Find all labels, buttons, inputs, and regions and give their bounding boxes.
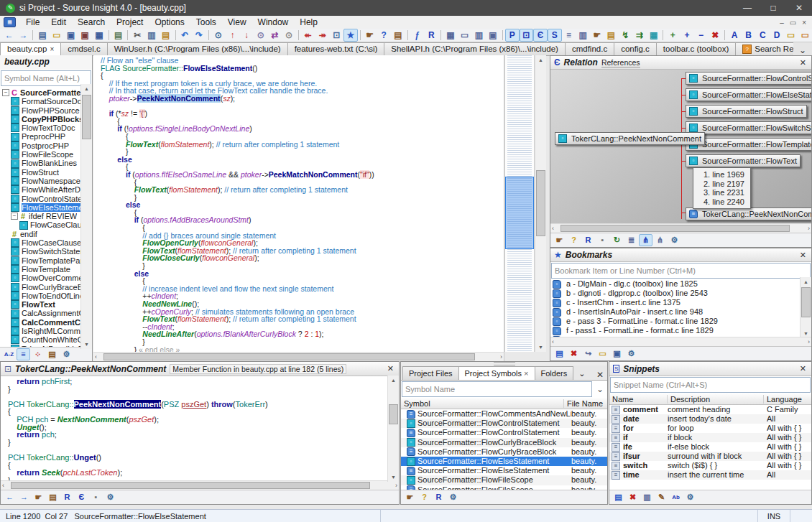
relation-view-icon[interactable]: Є	[75, 491, 88, 503]
project-symbol-list[interactable]: ≡SourceFormatter::FlowCommentsAndNewLine…	[401, 409, 607, 490]
grid-view-icon[interactable]: ▦	[647, 29, 661, 42]
browse-book-icon[interactable]: ▤	[46, 491, 60, 503]
symbol-item-calcassignmentcolumn[interactable]: ▫CalcAssignmentColumn	[0, 309, 92, 317]
delete-snippet-icon[interactable]: ✖	[626, 491, 640, 503]
delete-bookmark-icon[interactable]: ✖	[567, 348, 581, 360]
project-input-chevron-icon[interactable]: ⌄	[593, 384, 607, 394]
settings-gear-icon[interactable]: ⚙	[60, 348, 73, 360]
tab-project-files[interactable]: Project Files	[402, 366, 459, 380]
symbol-item-sourceformatter[interactable]: −CSourceFormatter	[0, 88, 92, 97]
symbol-list-toggle-icon[interactable]: ≡	[562, 29, 576, 42]
forward-icon[interactable]: →	[17, 29, 31, 42]
snippet-row[interactable]: ≡ifsursurround with if blockAll with { }	[609, 452, 811, 461]
symbol-tree[interactable]: −CSourceFormatter▫FormatSourceDoc▫FlowPH…	[0, 87, 92, 347]
context-horizontal-scrollbar[interactable]: ‹›	[1, 480, 399, 490]
reference-line-item[interactable]: 3. line 2231	[703, 188, 744, 197]
function-list-icon[interactable]: ƒ	[410, 29, 425, 42]
bookmarks-scrollbar[interactable]: ▲▼	[800, 277, 811, 338]
play-recording-icon[interactable]: R	[581, 234, 595, 246]
bookmark-item[interactable]: ▫f - pass1 - FormatLine - format.c line …	[550, 326, 811, 335]
project-symbol-row[interactable]: ≡SourceFormatter::FlowCurlyBraceBlockbea…	[401, 447, 607, 457]
symbol-item-flowcaseclause[interactable]: ▫FlowCaseClause	[0, 238, 92, 247]
mdi-minimize-icon[interactable]: –	[780, 19, 784, 27]
sort-alphabetic-icon[interactable]: A-Z	[2, 348, 16, 360]
symbol-item-flowcurlybraceblock[interactable]: ▫FlowCurlyBraceBlock	[0, 283, 92, 292]
symbol-item-calccommentcolumn[interactable]: ▫CalcCommentColumn	[0, 318, 92, 327]
symbol-item-postprocphp[interactable]: ▫PostprocPHP	[0, 141, 92, 150]
symbol-item-countnonwhiteonline[interactable]: ▫CountNonWhiteOnLine	[0, 335, 92, 344]
save-as-icon[interactable]: ▣	[78, 29, 92, 42]
symbol-info-icon[interactable]: ?	[377, 29, 391, 42]
sync-windows-icon[interactable]: ⇉	[632, 29, 647, 42]
tab-features-web-txt-c-si[interactable]: features-web.txt (C:\si)	[287, 42, 385, 55]
symbol-search-input[interactable]	[1, 70, 91, 86]
symbol-item-flowtoendoflineraw[interactable]: ▫FlowToEndOfLineRaw	[0, 292, 92, 300]
view-snippet-icon[interactable]: ▥	[640, 491, 654, 503]
bookmark-item[interactable]: ▫b - dlgnoti - dlgprop.c (toolbox) line …	[550, 289, 811, 298]
relation-node-sourceformatter-flowtext[interactable]: ▫SourceFormatter::FlowText	[686, 154, 801, 167]
folder-open-icon[interactable]: ▭	[784, 29, 798, 42]
tree-expander-icon[interactable]: −	[2, 89, 9, 96]
relation-graph[interactable]: ▫SourceFormatter::FlowControlStatement▫S…	[550, 70, 811, 223]
project-symbol-row[interactable]: ≡SourceFormatter::FlowCommentsAndNewLine…	[401, 409, 607, 419]
symbol-item-flowcaseclause1[interactable]: ▫FlowCaseClause1	[0, 220, 92, 229]
symbol-item-isrightmlcomment[interactable]: ▫IsRightMLComment	[0, 327, 92, 335]
undo-icon[interactable]: ↶	[178, 29, 193, 42]
snippet-row[interactable]: ≡ifif blockAll with { }	[609, 433, 811, 442]
back-icon[interactable]: ←	[2, 29, 17, 42]
play-recording-icon[interactable]: R	[432, 491, 446, 503]
outline-view-icon[interactable]: ≣	[624, 234, 638, 246]
paste-icon[interactable]: ▤	[159, 29, 173, 42]
folder-new-icon[interactable]: ▭	[798, 29, 812, 42]
clone-window-icon[interactable]: ▣	[486, 29, 500, 42]
minimize-button[interactable]: —	[734, 0, 760, 16]
bookmark-item[interactable]: ▫c - InsertChm - insert.c line 1375	[550, 298, 811, 307]
snippet-search-input[interactable]	[610, 377, 811, 393]
search-icon[interactable]: ⊙	[211, 29, 226, 42]
print-icon[interactable]: ▤	[111, 29, 126, 42]
back-icon[interactable]: ←	[3, 491, 17, 503]
project-symbol-row[interactable]: ▫SourceFormatter::FlowFileScopebeauty.	[401, 475, 607, 485]
relation-node-sourceformatter-flowcontrolstatement[interactable]: ▫SourceFormatter::FlowControlStatement	[686, 72, 811, 85]
bookmark-search-input[interactable]	[551, 263, 811, 279]
play-recording-icon[interactable]: R	[60, 491, 74, 503]
redo-icon[interactable]: ↷	[192, 29, 206, 42]
mdi-restore-icon[interactable]: ▭	[790, 19, 796, 27]
symbol-item-flowtexttodoc[interactable]: ▫FlowTextToDoc	[0, 123, 92, 132]
settings-gear-icon[interactable]: ⚙	[446, 491, 460, 503]
editor-code-area[interactable]: // Flow an "else" clauseFLAG SourceForma…	[93, 55, 504, 352]
tab-winuser-h-c-program-files-x86-include[interactable]: WinUser.h (C:\Program Files (x86)\...\in…	[107, 42, 288, 55]
code-editor[interactable]: // Flow an "else" clauseFLAG SourceForma…	[93, 55, 504, 361]
lookup-references-icon[interactable]: ☛	[403, 491, 417, 503]
maximize-button[interactable]: □	[760, 0, 786, 16]
snippet-row[interactable]: ≡timeinsert the current timeAll	[609, 470, 811, 480]
symbol-groups-icon[interactable]: ⁘	[31, 348, 45, 360]
symbol-item-flowstruct[interactable]: ▫FlowStruct	[0, 168, 92, 177]
context-vertical-scrollbar[interactable]: ▲▼	[387, 376, 399, 482]
save-bookmarks-icon[interactable]: ▣	[610, 348, 624, 360]
lookup-references-icon[interactable]: ☛	[363, 29, 377, 42]
symbol-item-flowfilescope[interactable]: ▫FlowFileScope	[0, 150, 92, 159]
bookmark-b-icon[interactable]: B	[742, 29, 756, 42]
browse-icon[interactable]: ⊙	[282, 29, 296, 42]
project-tabs-chevron-icon[interactable]: ⌄	[573, 367, 591, 380]
project-symbol-row[interactable]: ▫SourceFormatter::FlowElseStatementbeaut…	[401, 457, 607, 466]
import-symbols-icon[interactable]: ↯	[618, 29, 632, 42]
editor-horizontal-scrollbar[interactable]: ‹›	[93, 352, 504, 361]
jump-caller-icon[interactable]: ↞	[301, 29, 315, 42]
symbol-item-copyphpblocks[interactable]: ▫CopyPHPBlocks	[0, 115, 92, 123]
close-button[interactable]: ✕	[786, 0, 812, 16]
lock-icon[interactable]: ▪	[89, 491, 103, 503]
relation-flowtext-references[interactable]: 1. line 19692. line 21973. line 22314. l…	[693, 167, 751, 209]
menu-view[interactable]: View	[222, 17, 252, 29]
replace-icon[interactable]: ⇄	[268, 29, 282, 42]
tree-expander-icon[interactable]: −	[11, 213, 18, 220]
tab-search-results[interactable]: ?Search Results	[735, 42, 793, 55]
tab-project-symbols[interactable]: Project Symbols ×	[458, 366, 535, 380]
tab-config-c[interactable]: config.c	[614, 42, 657, 55]
full-window-icon[interactable]: ▭	[458, 29, 472, 42]
snippet-row[interactable]: ≡dateinsert today's dateAll	[609, 414, 811, 424]
project-symbol-row[interactable]: ≡SourceFormatter::FlowElseStatementbeaut…	[401, 466, 607, 475]
symbol-item-flowelsestatement[interactable]: ▫FlowElseStatement	[0, 203, 92, 212]
tile-windows-icon[interactable]: ▦	[443, 29, 458, 42]
